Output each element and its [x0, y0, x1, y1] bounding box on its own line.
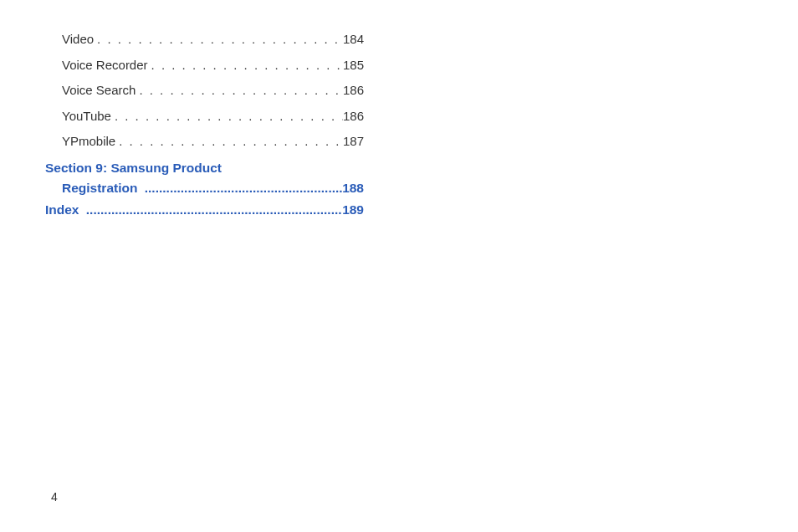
section-heading-line-2: Registration ...........................… [62, 178, 364, 199]
toc-index[interactable]: Index ..................................… [45, 202, 364, 217]
toc-entry-voice-search[interactable]: Voice Search . . . . . . . . . . . . . .… [62, 81, 364, 100]
toc-content: Video . . . . . . . . . . . . . . . . . … [0, 0, 364, 217]
section-heading-line-1: Section 9: Samsung Product [45, 158, 364, 179]
page-number: 4 [51, 490, 58, 504]
toc-page: 189 [342, 202, 364, 217]
toc-label: Registration [62, 178, 137, 199]
toc-entry-video[interactable]: Video . . . . . . . . . . . . . . . . . … [62, 30, 364, 49]
toc-entry-ypmobile[interactable]: YPmobile . . . . . . . . . . . . . . . .… [62, 132, 364, 151]
toc-dots: . . . . . . . . . . . . . . . . . . . . … [115, 132, 343, 151]
toc-label: Index [45, 202, 79, 217]
toc-entry-voice-recorder[interactable]: Voice Recorder . . . . . . . . . . . . .… [62, 56, 364, 75]
toc-dots: . . . . . . . . . . . . . . . . . . . . … [111, 107, 343, 126]
toc-label: YPmobile [62, 132, 115, 151]
toc-label: YouTube [62, 107, 111, 126]
toc-entry-youtube[interactable]: YouTube . . . . . . . . . . . . . . . . … [62, 107, 364, 126]
toc-dots: ........................................… [83, 202, 342, 217]
toc-page: 186 [343, 107, 364, 126]
toc-page: 186 [343, 81, 364, 100]
toc-page: 188 [342, 178, 364, 199]
toc-dots: ........................................… [141, 178, 342, 199]
toc-page: 185 [343, 56, 364, 75]
toc-label: Voice Recorder [62, 56, 148, 75]
toc-label: Video [62, 30, 94, 49]
toc-page: 187 [343, 132, 364, 151]
toc-section-9[interactable]: Section 9: Samsung Product Registration … [62, 158, 364, 200]
toc-label: Voice Search [62, 81, 136, 100]
toc-dots: . . . . . . . . . . . . . . . . . . . . … [94, 30, 343, 49]
toc-dots: . . . . . . . . . . . . . . . . . . . . … [136, 81, 343, 100]
toc-page: 184 [343, 30, 364, 49]
toc-dots: . . . . . . . . . . . . . . . . . . . . … [148, 56, 343, 75]
